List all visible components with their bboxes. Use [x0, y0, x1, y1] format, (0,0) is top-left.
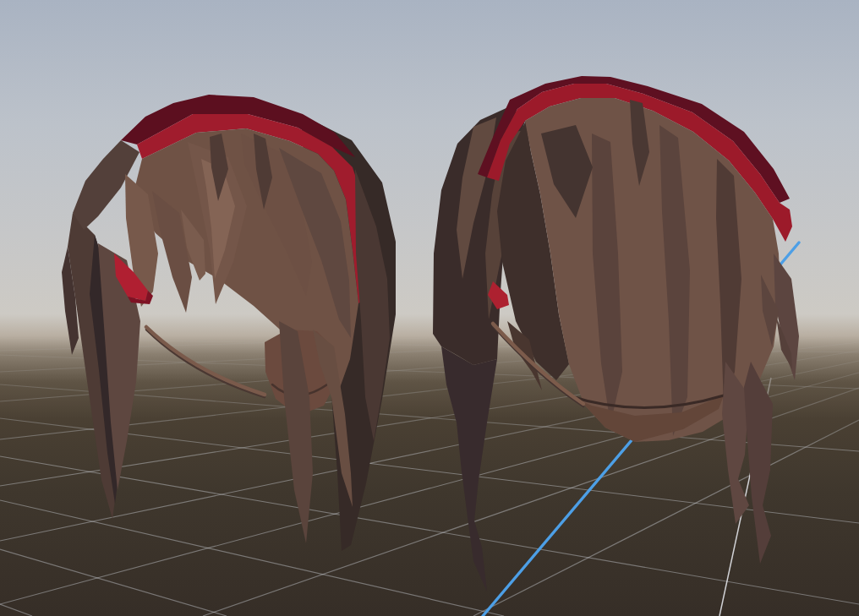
- 3d-viewport[interactable]: [0, 0, 859, 616]
- scene-canvas: [0, 0, 859, 616]
